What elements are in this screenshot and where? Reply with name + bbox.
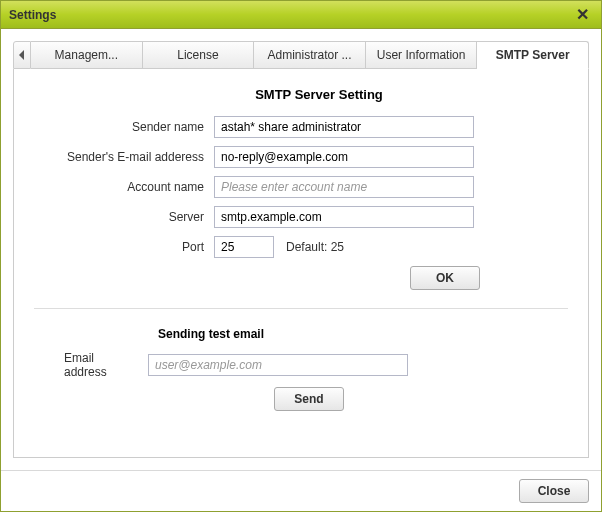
divider	[34, 308, 568, 309]
port-default-text: Default: 25	[286, 240, 344, 254]
tab-label: SMTP Server	[496, 48, 570, 62]
tab-license[interactable]: License	[143, 41, 255, 69]
send-button-row: Send	[34, 387, 568, 411]
settings-window: Settings ✕ Managem... License Administra…	[0, 0, 602, 512]
tab-administrator[interactable]: Administrator ...	[254, 41, 366, 69]
row-test-email: Email address	[34, 351, 568, 379]
tab-user-information[interactable]: User Information	[366, 41, 478, 69]
row-sender-name: Sender name	[34, 116, 568, 138]
ok-button[interactable]: OK	[410, 266, 480, 290]
row-port: Port Default: 25	[34, 236, 568, 258]
tab-label: Managem...	[55, 48, 118, 62]
close-icon[interactable]: ✕	[572, 5, 593, 24]
port-label: Port	[34, 240, 214, 254]
port-input[interactable]	[214, 236, 274, 258]
test-email-input[interactable]	[148, 354, 408, 376]
server-label: Server	[34, 210, 214, 224]
sender-email-input[interactable]	[214, 146, 474, 168]
smtp-section-title: SMTP Server Setting	[70, 87, 568, 102]
tab-management[interactable]: Managem...	[31, 41, 143, 69]
tab-label: User Information	[377, 48, 466, 62]
row-account-name: Account name	[34, 176, 568, 198]
server-input[interactable]	[214, 206, 474, 228]
sender-name-label: Sender name	[34, 120, 214, 134]
send-button[interactable]: Send	[274, 387, 344, 411]
chevron-left-icon	[19, 50, 25, 60]
row-server: Server	[34, 206, 568, 228]
tab-label: Administrator ...	[267, 48, 351, 62]
tab-scroll-left[interactable]	[13, 41, 31, 69]
close-button[interactable]: Close	[519, 479, 589, 503]
titlebar: Settings ✕	[1, 1, 601, 29]
test-section-title: Sending test email	[158, 327, 568, 341]
tab-label: License	[177, 48, 218, 62]
account-name-input[interactable]	[214, 176, 474, 198]
sender-name-input[interactable]	[214, 116, 474, 138]
test-email-label: Email address	[34, 351, 148, 379]
sender-email-label: Sender's E-mail adderess	[34, 150, 214, 164]
tab-smtp-server[interactable]: SMTP Server	[477, 41, 589, 69]
tabstrip: Managem... License Administrator ... Use…	[13, 41, 589, 69]
row-sender-email: Sender's E-mail adderess	[34, 146, 568, 168]
ok-button-row: OK	[34, 266, 568, 290]
window-body: Managem... License Administrator ... Use…	[1, 29, 601, 470]
account-name-label: Account name	[34, 180, 214, 194]
window-footer: Close	[1, 470, 601, 511]
tab-content-smtp: SMTP Server Setting Sender name Sender's…	[13, 69, 589, 458]
window-title: Settings	[9, 8, 572, 22]
